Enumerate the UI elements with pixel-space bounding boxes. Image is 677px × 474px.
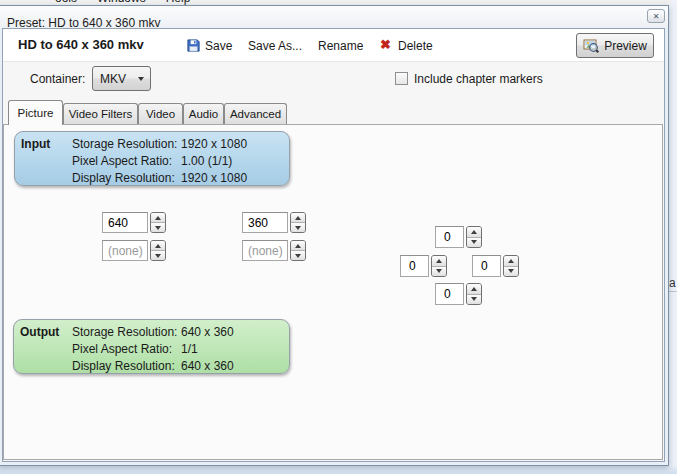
spin-up-icon[interactable] <box>291 213 305 223</box>
output-box-title: Output <box>20 324 59 340</box>
include-chapter-markers-checkbox[interactable] <box>395 72 408 85</box>
crop-right-input[interactable] <box>472 255 501 277</box>
output-pixel-aspect-ratio-value: 1/1 <box>181 341 198 357</box>
crop-top-input[interactable] <box>435 226 464 248</box>
close-button[interactable]: ✕ <box>647 9 665 23</box>
crop-bottom-stepper[interactable] <box>466 283 482 305</box>
spin-up-icon[interactable] <box>467 227 481 238</box>
tab-picture[interactable]: Picture <box>8 100 63 125</box>
spin-down-icon[interactable] <box>504 267 518 277</box>
close-icon: ✕ <box>653 12 660 21</box>
spin-up-icon[interactable] <box>151 241 165 251</box>
tab-audio[interactable]: Audio <box>183 103 224 124</box>
container-select-value: MKV <box>100 72 126 86</box>
crop-top-stepper[interactable] <box>466 226 482 248</box>
save-icon <box>186 38 201 53</box>
delete-icon: ✖ <box>380 37 391 53</box>
height-input[interactable] <box>242 212 288 233</box>
screen: ools Windows Help a Preset: HD to 640 x … <box>0 0 677 474</box>
background-window-fragment: a <box>669 276 676 290</box>
input-display-resolution-label: Display Resolution: <box>72 170 175 186</box>
tab-video-filters[interactable]: Video Filters <box>63 103 138 124</box>
spin-up-icon[interactable] <box>291 241 305 251</box>
output-display-resolution-value: 640 x 360 <box>181 358 234 374</box>
max-width-input[interactable] <box>102 240 148 261</box>
spin-down-icon[interactable] <box>291 251 305 260</box>
container-label: Container: <box>30 71 85 87</box>
rename-button[interactable]: Rename <box>318 38 363 54</box>
preview-icon <box>583 38 599 54</box>
input-storage-resolution-label: Storage Resolution: <box>72 136 177 152</box>
chevron-down-icon <box>138 77 144 81</box>
dialog-titlebar[interactable]: Preset: HD to 640 x 360 mkv <box>0 6 668 28</box>
input-display-resolution-value: 1920 x 1080 <box>181 170 247 186</box>
background-bottom-fragment <box>0 466 677 474</box>
input-pixel-aspect-ratio-value: 1.00 (1/1) <box>181 153 232 169</box>
tab-video[interactable]: Video <box>138 103 183 124</box>
crop-left-input[interactable] <box>400 255 429 277</box>
spin-down-icon[interactable] <box>151 223 165 232</box>
width-stepper[interactable] <box>150 212 166 233</box>
max-height-stepper[interactable] <box>290 240 306 261</box>
spin-down-icon[interactable] <box>151 251 165 260</box>
delete-button[interactable]: Delete <box>398 38 433 54</box>
output-display-resolution-label: Display Resolution: <box>72 358 175 374</box>
output-storage-resolution-label: Storage Resolution: <box>72 324 177 340</box>
height-stepper[interactable] <box>290 212 306 233</box>
save-as-button[interactable]: Save As... <box>248 38 302 54</box>
preset-name-heading: HD to 640 x 360 mkv <box>18 37 144 52</box>
input-pixel-aspect-ratio-label: Pixel Aspect Ratio: <box>72 153 172 169</box>
spin-up-icon[interactable] <box>432 256 446 267</box>
spin-up-icon[interactable] <box>151 213 165 223</box>
preview-button-label: Preview <box>604 39 647 53</box>
save-button[interactable]: Save <box>205 38 232 54</box>
max-width-stepper[interactable] <box>150 240 166 261</box>
crop-left-stepper[interactable] <box>431 255 447 277</box>
width-input[interactable] <box>102 212 148 233</box>
spin-down-icon[interactable] <box>467 238 481 248</box>
input-box-title: Input <box>21 136 50 152</box>
max-height-input[interactable] <box>242 240 288 261</box>
spin-up-icon[interactable] <box>504 256 518 267</box>
output-storage-resolution-value: 640 x 360 <box>181 324 234 340</box>
spin-down-icon[interactable] <box>432 267 446 277</box>
output-pixel-aspect-ratio-label: Pixel Aspect Ratio: <box>72 341 172 357</box>
preview-button[interactable]: Preview <box>576 33 654 58</box>
spin-down-icon[interactable] <box>291 223 305 232</box>
crop-bottom-input[interactable] <box>435 283 464 305</box>
tab-advanced[interactable]: Advanced <box>224 103 287 124</box>
spin-up-icon[interactable] <box>467 284 481 295</box>
include-chapter-markers-label: Include chapter markers <box>414 71 543 87</box>
input-storage-resolution-value: 1920 x 1080 <box>181 136 247 152</box>
container-select[interactable]: MKV <box>92 66 151 91</box>
spin-down-icon[interactable] <box>467 295 481 305</box>
crop-right-stepper[interactable] <box>503 255 519 277</box>
